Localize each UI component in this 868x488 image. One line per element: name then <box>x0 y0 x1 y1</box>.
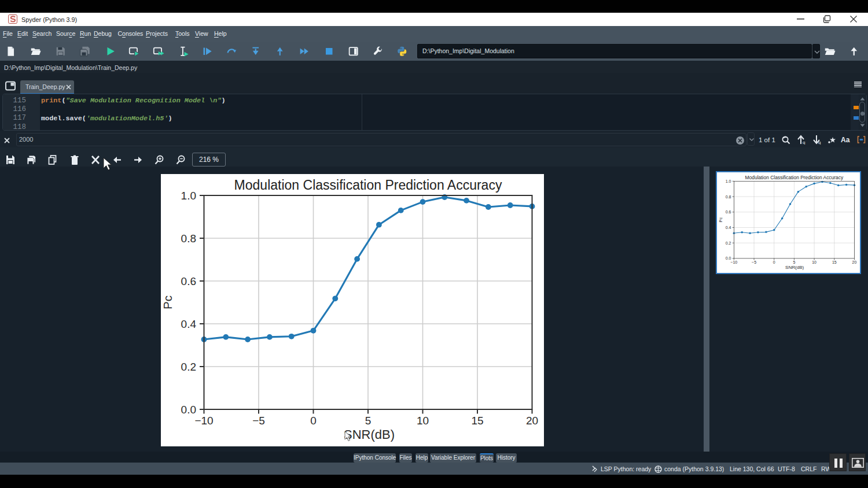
svg-text:0.4: 0.4 <box>725 225 731 229</box>
svg-text:0.6: 0.6 <box>725 210 731 214</box>
svg-text:10: 10 <box>812 260 816 264</box>
svg-text:15: 15 <box>471 415 483 427</box>
svg-text:Modulation Classification Pred: Modulation Classification Prediction Acc… <box>745 174 843 180</box>
svg-text:0.6: 0.6 <box>181 275 196 287</box>
svg-text:q: q <box>818 140 821 145</box>
svg-text:15: 15 <box>832 260 836 264</box>
svg-text:1.0: 1.0 <box>725 179 731 183</box>
svg-text:0: 0 <box>773 260 775 264</box>
svg-text:20: 20 <box>852 260 856 264</box>
svg-text:Pc: Pc <box>718 217 723 222</box>
svg-text:5: 5 <box>365 415 372 427</box>
svg-text:0.4: 0.4 <box>181 318 197 330</box>
svg-text:0.8: 0.8 <box>725 194 731 198</box>
svg-text:5: 5 <box>793 260 795 264</box>
svg-text:Pc: Pc <box>161 295 174 309</box>
svg-text:0: 0 <box>310 415 317 427</box>
svg-text:0.0: 0.0 <box>181 404 196 416</box>
svg-text:Modulation Classification Pred: Modulation Classification Prediction Acc… <box>234 178 502 193</box>
svg-text:−10: −10 <box>730 260 737 264</box>
svg-text:−5: −5 <box>752 260 756 264</box>
svg-text:0.0: 0.0 <box>725 256 731 260</box>
svg-text:−5: −5 <box>252 415 265 427</box>
svg-text:0.8: 0.8 <box>181 232 196 245</box>
svg-text:−10: −10 <box>194 415 213 427</box>
svg-text:1.0: 1.0 <box>181 190 196 202</box>
svg-text:10: 10 <box>417 415 429 427</box>
svg-text:SNR(dB): SNR(dB) <box>785 265 804 270</box>
svg-text:q: q <box>803 140 805 145</box>
svg-text:20: 20 <box>526 415 538 427</box>
svg-text:0.2: 0.2 <box>725 241 731 245</box>
svg-text:0.2: 0.2 <box>181 361 196 373</box>
